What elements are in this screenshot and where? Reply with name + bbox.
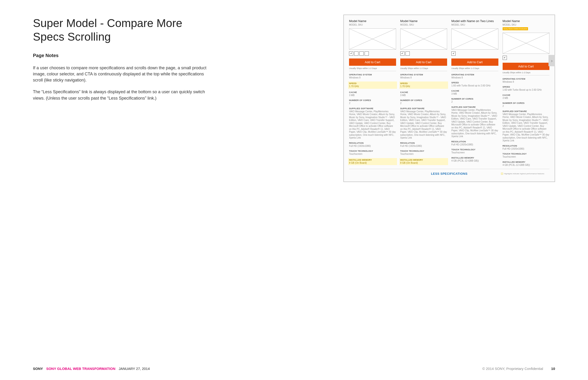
product-thumbnail[interactable] — [349, 28, 396, 50]
spec-touch: TOUCH TECHNOLOGY Touchscreen — [400, 150, 447, 156]
model-sku: MODEL SKU — [349, 23, 396, 26]
spec-label: SPEED — [400, 82, 447, 85]
color-swatch[interactable] — [349, 51, 353, 56]
spec-value: 8 GB (On Board) — [400, 162, 447, 165]
spec-value: Full HD (1920x1080) — [503, 148, 550, 151]
spec-operating-system: OPERATING SYSTEM Windows 8 — [349, 74, 396, 79]
spec-label: CACHE — [451, 90, 498, 92]
footer-project: SONY GLOBAL WEB TRANSFORMATION — [46, 367, 115, 371]
spec-value: 4 GB (PC3L-12-GBB GB)) — [451, 159, 498, 163]
add-to-cart-button[interactable]: Add to Cart — [400, 58, 447, 66]
spec-value: Windows 8 — [451, 76, 498, 79]
compare-column: Model NameMODEL SKUAdd to CartUsually Sh… — [349, 19, 396, 167]
color-swatch[interactable] — [405, 51, 410, 56]
shipping-text: Usually Ships within 1-2 Days — [503, 71, 550, 76]
color-swatches — [349, 51, 396, 56]
spec-label: RESOLUTION — [451, 140, 498, 143]
spec-label: INSTALLED MEMORY — [503, 161, 550, 163]
color-swatch[interactable] — [503, 56, 507, 60]
footer-page-number: 10 — [551, 367, 555, 371]
spec-resolution: RESOLUTION Full HD (1920x1080) — [503, 145, 550, 151]
spec-label: NUMBER OF CORES — [503, 102, 550, 104]
spec-value: Windows 8 — [349, 76, 396, 79]
spec-label: SUPPLIED SOFTWARE — [349, 107, 396, 110]
spec-memory: INSTALLED MEMORY 8 GB (On Board) — [348, 158, 397, 165]
spec-cores: NUMBER OF CORES 2 — [503, 102, 550, 108]
model-name: Model Name — [400, 19, 447, 23]
spec-label: INSTALLED MEMORY — [400, 159, 447, 161]
spec-value: 3 MB — [451, 93, 498, 95]
color-swatch[interactable] — [359, 51, 364, 56]
compare-column: Model with Name on Two LinesMODEL SKUAdd… — [451, 19, 498, 167]
spec-resolution: RESOLUTION Full HD (1920x1080) — [349, 142, 396, 148]
spec-label: SPEED — [451, 81, 498, 84]
carousel-next-button[interactable]: › — [548, 55, 555, 66]
spec-value: VAIO Message Center, PlayMemories Home, … — [400, 110, 447, 139]
color-swatches — [503, 56, 550, 60]
product-thumbnail[interactable] — [451, 28, 498, 50]
spec-label: OPERATING SYSTEM — [400, 74, 447, 76]
color-swatch[interactable] — [354, 51, 358, 56]
spec-value: Touchscreen — [400, 153, 447, 156]
wireframe-panel: › Model NameMODEL SKUAdd to CartUsually … — [343, 15, 555, 182]
spec-software: SUPPLIED SOFTWARE VAIO Message Center, P… — [349, 107, 396, 139]
add-to-cart-button[interactable]: Add to Cart — [349, 58, 396, 66]
spec-cache: CACHE 3 MB — [503, 94, 550, 100]
notes-para-2: The “Less Specifications” link is always… — [33, 89, 212, 101]
spec-value: 3 MB — [503, 97, 550, 100]
add-to-cart-button[interactable]: Add to Cart — [451, 58, 498, 66]
spec-label: SUPPLIED SOFTWARE — [503, 110, 550, 113]
spec-software: SUPPLIED SOFTWARE VAIO Message Center, P… — [400, 107, 447, 139]
spec-label: SPEED — [349, 82, 396, 85]
spec-speed: SPEED 1.70 GHz — [348, 81, 397, 89]
spec-label: NUMBER OF CORES — [349, 99, 396, 101]
notes-heading: Page Notes — [33, 53, 212, 58]
spec-value: 4 GB (PC3L-12-GBB GB)) — [503, 164, 550, 167]
spec-label: TOUCH TECHNOLOGY — [451, 149, 498, 151]
compare-column: Model NameMODEL SKUSony Store Online Exc… — [503, 19, 550, 167]
spec-label: SUPPLIED SOFTWARE — [400, 107, 447, 110]
spec-label: RESOLUTION — [400, 142, 447, 144]
less-specifications-link[interactable]: LESS SPECIFICATIONS — [431, 172, 467, 175]
spec-cores: NUMBER OF CORES 2 — [400, 99, 447, 105]
spec-value: Touchscreen — [451, 151, 498, 154]
spec-value: VAIO Message Center, PlayMemories Home, … — [503, 113, 550, 142]
spec-touch: TOUCH TECHNOLOGY Touchscreen — [349, 150, 396, 156]
spec-value: 1.60 with Turbo Boost up to 2.60 GHz — [451, 84, 498, 87]
spec-value: Full HD (1920x1080) — [451, 143, 498, 146]
color-swatch[interactable] — [365, 51, 369, 56]
spec-value: 1.70 GHz — [400, 85, 447, 88]
add-to-cart-button[interactable]: Add to Cart — [503, 63, 550, 70]
page-title: Super Model - Compare More Specs Scrolli… — [33, 17, 212, 43]
page-footer: SONY SONY GLOBAL WEB TRANSFORMATION JANU… — [33, 367, 555, 371]
spec-label: OPERATING SYSTEM — [503, 78, 550, 80]
spec-value: 2 — [503, 105, 550, 108]
spec-cores: NUMBER OF CORES 2 — [349, 99, 396, 105]
spec-value: 3 MB — [349, 94, 396, 97]
spec-value: 2 — [349, 102, 396, 105]
model-sku: MODEL SKU — [400, 23, 447, 26]
legend-swatch-icon — [501, 173, 503, 175]
spec-operating-system: OPERATING SYSTEM Windows 8 — [503, 78, 550, 84]
spec-software: SUPPLIED SOFTWARE VAIO Message Center, P… — [503, 110, 550, 142]
model-sku: MODEL SKU — [451, 23, 498, 26]
color-swatches — [400, 51, 447, 56]
footer-date: JANUARY 27, 2014 — [119, 367, 150, 371]
spec-resolution: RESOLUTION Full HD (1920x1080) — [451, 140, 498, 146]
spec-label: TOUCH TECHNOLOGY — [503, 153, 550, 155]
spec-value: Windows 8 — [400, 76, 447, 79]
spec-label: SUPPLIED SOFTWARE — [451, 106, 498, 108]
spec-value: Full HD (1920x1080) — [400, 145, 447, 148]
spec-speed: SPEED 1.60 with Turbo Boost up to 2.60 G… — [451, 81, 498, 87]
spec-value: Windows 8 — [503, 80, 550, 84]
color-swatch[interactable] — [400, 51, 404, 56]
product-thumbnail[interactable] — [400, 28, 447, 50]
model-name: Model Name — [503, 19, 550, 23]
spec-value: Full HD (1920x1080) — [349, 145, 396, 148]
spec-resolution: RESOLUTION Full HD (1920x1080) — [400, 142, 447, 148]
color-swatch[interactable] — [451, 51, 456, 56]
spec-touch: TOUCH TECHNOLOGY Touchscreen — [503, 153, 550, 158]
spec-label: OPERATING SYSTEM — [349, 74, 396, 76]
spec-label: TOUCH TECHNOLOGY — [400, 150, 447, 152]
product-thumbnail[interactable] — [503, 33, 550, 54]
